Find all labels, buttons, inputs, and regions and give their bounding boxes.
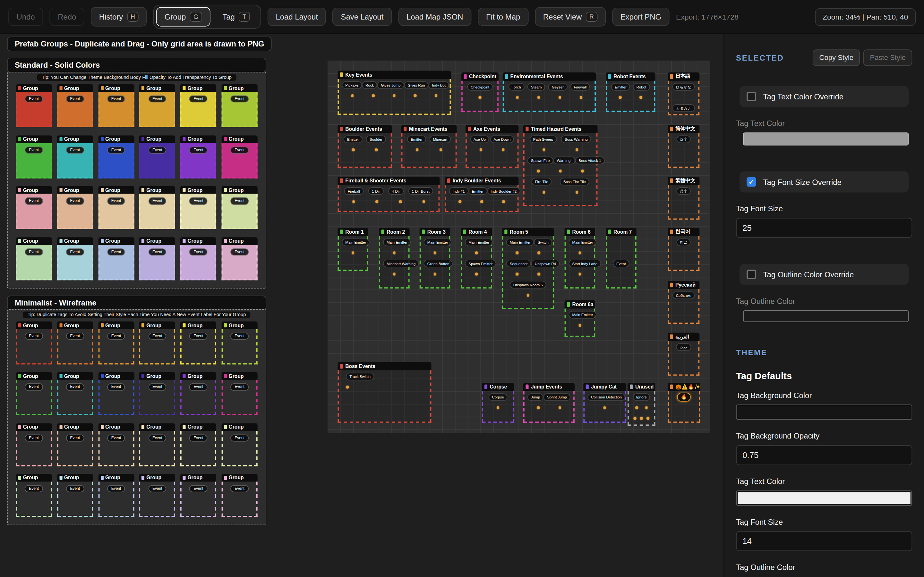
- node-dot[interactable]: [543, 148, 545, 151]
- node-dot[interactable]: [497, 406, 499, 409]
- canvas-group-boulder-events[interactable]: Boulder EventsEmitterBoulder: [338, 125, 392, 168]
- map-tag[interactable]: حدث: [676, 343, 691, 351]
- prefab-group[interactable]: GroupEvent: [98, 135, 134, 178]
- canvas-group-header[interactable]: العربية: [668, 333, 699, 341]
- canvas-group-header[interactable]: Room 4: [461, 228, 492, 236]
- canvas-group-header[interactable]: Room 5: [502, 228, 554, 236]
- prefab-event-tag[interactable]: Event: [66, 147, 84, 154]
- node-dot[interactable]: [416, 148, 418, 151]
- prefab-group[interactable]: GroupEvent: [57, 186, 93, 229]
- node-dot[interactable]: [578, 251, 581, 254]
- map-tag[interactable]: Unspawn Room 5: [510, 281, 546, 288]
- canvas-group-environmental-events[interactable]: Environmental EventsTorchSteamGeyserFire…: [503, 73, 596, 112]
- map-tag[interactable]: Checkpoint: [467, 83, 493, 90]
- map-tag[interactable]: Spawn Fire: [527, 157, 553, 164]
- prefab-event-tag[interactable]: Event: [230, 197, 248, 205]
- node-dot[interactable]: [646, 417, 649, 420]
- map-tag[interactable]: Pickaxe: [342, 81, 362, 89]
- node-dot[interactable]: [502, 148, 504, 151]
- prefab-group[interactable]: GroupEvent: [180, 84, 216, 127]
- map-tag[interactable]: Jump: [527, 393, 543, 401]
- map-tag[interactable]: Spawn Emitter: [465, 259, 496, 267]
- node-dot[interactable]: [433, 273, 436, 276]
- canvas-group-room-6a[interactable]: Room 6aMain Emitter: [565, 300, 596, 337]
- canvas-group-header[interactable]: Robot Events: [606, 73, 655, 81]
- node-dot[interactable]: [393, 94, 396, 97]
- prefab-group[interactable]: GroupEvent: [139, 135, 175, 178]
- node-dot[interactable]: [423, 200, 425, 203]
- canvas-group-emoji[interactable]: 한국어한글: [668, 228, 699, 271]
- prefab-group[interactable]: GroupEvent: [98, 423, 134, 466]
- prefab-group[interactable]: GroupEvent: [139, 474, 175, 517]
- node-dot[interactable]: [645, 406, 648, 409]
- prefab-event-tag[interactable]: Event: [189, 95, 207, 103]
- prefab-event-tag[interactable]: Event: [107, 485, 125, 492]
- canvas-group-jump-events[interactable]: Jump EventsJumpSprint Jump: [523, 383, 575, 423]
- tag-font-size-override-checkbox[interactable]: [746, 177, 756, 187]
- prefab-event-tag[interactable]: Event: [107, 197, 125, 205]
- map-tag[interactable]: Main Emitter: [342, 239, 370, 246]
- prefab-event-tag[interactable]: Event: [25, 384, 43, 391]
- node-dot[interactable]: [640, 96, 642, 99]
- prefab-group[interactable]: GroupEvent: [98, 84, 134, 127]
- node-dot[interactable]: [475, 273, 478, 276]
- prefab-event-tag[interactable]: Event: [148, 333, 166, 340]
- prefab-event-tag[interactable]: Event: [230, 333, 248, 340]
- map-tag[interactable]: Warning!: [553, 157, 575, 164]
- node-dot[interactable]: [635, 406, 638, 409]
- map-tag[interactable]: Start Indy Lane: [569, 259, 601, 267]
- canvas-group-header[interactable]: Room 2: [379, 228, 410, 236]
- map-tag[interactable]: Collision Detection: [588, 393, 625, 401]
- prefab-group[interactable]: GroupEvent: [16, 237, 52, 280]
- canvas-group-fireball-shooter-events[interactable]: Fireball & Shooter EventsFireball1-Dir4-…: [338, 177, 439, 212]
- tag-outline-color-swatch[interactable]: [743, 310, 909, 322]
- canvas-group-room-6[interactable]: Room 6Main EmitterStart Indy Lane: [565, 228, 596, 288]
- canvas-group-header[interactable]: Room 3: [420, 228, 451, 236]
- canvas-group-header[interactable]: Environmental Events: [503, 73, 596, 81]
- node-dot[interactable]: [393, 251, 396, 254]
- paste-style-button[interactable]: Paste Style: [863, 49, 912, 66]
- prefab-group[interactable]: GroupEvent: [222, 322, 258, 364]
- node-dot[interactable]: [480, 200, 483, 203]
- canvas-group-header[interactable]: Unused: [628, 383, 655, 391]
- prefab-group[interactable]: GroupEvent: [57, 84, 93, 127]
- map-tag[interactable]: 1-Dir Burst: [408, 187, 433, 195]
- prefab-group[interactable]: GroupEvent: [180, 322, 216, 364]
- canvas-group-header[interactable]: Minecart Events: [401, 125, 457, 133]
- node-dot[interactable]: [537, 406, 540, 409]
- map-tag[interactable]: 한글: [676, 239, 691, 246]
- node-dot[interactable]: [559, 96, 561, 99]
- prefab-group[interactable]: GroupEvent: [57, 237, 93, 280]
- map-tag[interactable]: 🔥: [677, 392, 691, 402]
- node-dot[interactable]: [352, 200, 355, 203]
- node-dot[interactable]: [558, 406, 561, 409]
- prefab-group[interactable]: GroupEvent: [180, 474, 216, 517]
- canvas-group-boss-events[interactable]: Boss EventsTrack Switch: [338, 362, 431, 423]
- theme-tag-text-color-swatch[interactable]: [736, 490, 912, 506]
- node-dot[interactable]: [578, 273, 581, 276]
- canvas-group-indy-boulder-events[interactable]: Indy Boulder EventsIndy #1EmitterIndy Bo…: [445, 177, 519, 212]
- map-tag[interactable]: Rock: [362, 81, 377, 89]
- map-tag[interactable]: Axe Up: [470, 135, 489, 143]
- canvas-group-header[interactable]: Axe Events: [465, 125, 519, 133]
- canvas-group-header[interactable]: Room 6: [565, 228, 596, 236]
- prefab-event-tag[interactable]: Event: [25, 485, 43, 492]
- map-tag[interactable]: Emitter: [344, 135, 363, 143]
- prefab-event-tag[interactable]: Event: [230, 248, 248, 256]
- prefab-group[interactable]: GroupEvent: [98, 372, 134, 415]
- prefab-group[interactable]: GroupEvent: [222, 84, 258, 127]
- prefab-event-tag[interactable]: Event: [189, 147, 207, 154]
- canvas-group-header[interactable]: Room 1: [338, 228, 368, 236]
- prefab-event-tag[interactable]: Event: [230, 485, 248, 492]
- prefab-event-tag[interactable]: Event: [230, 384, 248, 391]
- map-tag[interactable]: Ignore: [633, 393, 650, 401]
- canvas-group-emoji[interactable]: РусскийСобытия: [668, 281, 699, 324]
- canvas-group-minecart-events[interactable]: Minecart EventsEmitterMinecart: [401, 125, 457, 168]
- map-tag[interactable]: Axe Down: [490, 135, 514, 143]
- prefab-group[interactable]: GroupEvent: [16, 186, 52, 229]
- map-tag[interactable]: Gives Jump: [377, 81, 404, 89]
- node-dot[interactable]: [459, 200, 461, 203]
- canvas-group-header[interactable]: Room 7: [606, 228, 636, 236]
- canvas-group-room-1[interactable]: Room 1Main Emitter: [338, 228, 368, 271]
- prefab-event-tag[interactable]: Event: [189, 485, 207, 492]
